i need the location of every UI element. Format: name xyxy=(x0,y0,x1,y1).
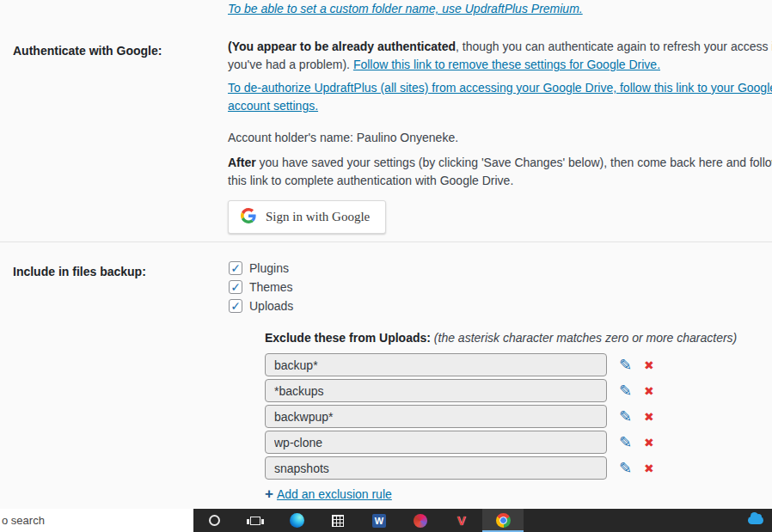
option-row-plugins: ✓ Plugins xyxy=(229,259,737,278)
checkbox-label-themes: Themes xyxy=(249,280,293,294)
exclusion-rule-input[interactable] xyxy=(265,379,607,402)
checkbox-label-uploads: Uploads xyxy=(249,299,293,313)
grid-app-button[interactable] xyxy=(317,509,358,532)
after-save-bold: After xyxy=(228,156,256,169)
check-icon: ✓ xyxy=(230,300,241,312)
windows-taskbar: o search W V xyxy=(0,509,772,532)
word-button[interactable]: W xyxy=(358,509,400,532)
edit-rule-icon[interactable]: ✎ xyxy=(619,461,632,476)
exclude-title-bold: Exclude these from Uploads: xyxy=(265,331,431,345)
premium-link[interactable]: To be able to set a custom folder name, … xyxy=(228,2,583,15)
google-signin-button[interactable]: Sign in with Google xyxy=(228,200,386,234)
exclusion-rule-row: ✎ ✖ xyxy=(265,456,737,480)
checkbox-uploads[interactable]: ✓ xyxy=(229,299,242,313)
edit-rule-icon[interactable]: ✎ xyxy=(619,435,632,450)
add-rule-row: + Add an exclusion rule xyxy=(265,486,737,501)
swirl-app-button[interactable] xyxy=(400,509,441,532)
exclusion-rule-row: ✎ ✖ xyxy=(265,353,737,376)
edge-icon xyxy=(290,513,304,528)
check-icon: ✓ xyxy=(230,281,241,293)
exclude-title-hint: (the asterisk character matches zero or … xyxy=(431,331,737,345)
auth-status-bold: (You appear to be already authenticated xyxy=(228,40,456,53)
chrome-button[interactable] xyxy=(482,509,524,532)
check-icon: ✓ xyxy=(230,262,241,274)
checkbox-plugins[interactable]: ✓ xyxy=(229,261,242,275)
cortana-button[interactable] xyxy=(193,509,235,532)
edge-button[interactable] xyxy=(276,509,317,532)
exclusion-rule-input[interactable] xyxy=(265,353,607,376)
after-save-text: After you have saved your settings (by c… xyxy=(228,154,772,190)
vivaldi-button[interactable]: V xyxy=(441,509,482,532)
exclusion-rule-input[interactable] xyxy=(265,456,607,480)
row-divider xyxy=(0,242,772,242)
option-row-themes: ✓ Themes xyxy=(229,278,737,297)
checkbox-label-plugins: Plugins xyxy=(249,261,289,275)
delete-rule-icon[interactable]: ✖ xyxy=(644,359,654,371)
chrome-icon xyxy=(496,513,511,528)
option-row-uploads: ✓ Uploads xyxy=(229,297,737,315)
plus-icon: + xyxy=(265,486,273,501)
exclusion-rule-row: ✎ ✖ xyxy=(265,379,737,402)
files-backup-label: Include in files backup: xyxy=(13,265,146,278)
premium-note: To be able to set a custom folder name, … xyxy=(228,2,583,15)
google-signin-label: Sign in with Google xyxy=(266,210,370,224)
auth-status-text: (You appear to be already authenticated,… xyxy=(228,38,772,74)
onedrive-icon[interactable] xyxy=(748,517,763,524)
delete-rule-icon[interactable]: ✖ xyxy=(644,437,654,449)
remove-settings-link[interactable]: Follow this link to remove these setting… xyxy=(353,58,660,71)
checkbox-themes[interactable]: ✓ xyxy=(229,280,242,294)
system-tray xyxy=(748,517,772,524)
after-save-rest: you have saved your settings (by clickin… xyxy=(228,156,772,187)
edit-rule-icon[interactable]: ✎ xyxy=(619,409,632,425)
files-backup-content: ✓ Plugins ✓ Themes ✓ Uploads Exclude the… xyxy=(229,259,737,501)
exclusion-rule-row: ✎ ✖ xyxy=(265,431,737,454)
taskbar-icons: W V xyxy=(193,509,524,532)
exclusion-rule-input[interactable] xyxy=(265,431,607,454)
delete-rule-icon[interactable]: ✖ xyxy=(644,411,654,423)
grid-app-icon xyxy=(332,515,344,527)
taskbar-search-box[interactable]: o search xyxy=(0,509,193,532)
delete-rule-icon[interactable]: ✖ xyxy=(644,462,654,474)
google-auth-content: (You appear to be already authenticated,… xyxy=(228,38,772,234)
account-holder-text: Account holder's name: Paulino Onyeneke. xyxy=(228,129,772,147)
search-placeholder: o search xyxy=(2,514,45,527)
exclusion-rule-row: ✎ ✖ xyxy=(265,405,737,428)
red-swirl-app-icon xyxy=(414,514,427,528)
google-auth-label: Authenticate with Google: xyxy=(13,44,162,58)
exclude-uploads-block: Exclude these from Uploads: (the asteris… xyxy=(265,329,737,501)
word-icon: W xyxy=(372,514,386,528)
cortana-icon xyxy=(209,515,220,526)
task-view-icon xyxy=(250,517,260,525)
deauthorize-link[interactable]: To de-authorize UpdraftPlus (all sites) … xyxy=(228,81,772,113)
add-exclusion-rule-link[interactable]: Add an exclusion rule xyxy=(277,487,392,501)
deauthorize-text: To de-authorize UpdraftPlus (all sites) … xyxy=(228,79,772,115)
task-view-button[interactable] xyxy=(235,509,276,532)
edit-rule-icon[interactable]: ✎ xyxy=(619,383,632,399)
exclude-title: Exclude these from Uploads: (the asteris… xyxy=(265,329,737,346)
vivaldi-icon: V xyxy=(457,513,466,528)
exclusion-rule-input[interactable] xyxy=(265,405,607,428)
delete-rule-icon[interactable]: ✖ xyxy=(644,385,654,397)
google-logo-icon xyxy=(241,208,256,226)
edit-rule-icon[interactable]: ✎ xyxy=(619,358,632,373)
